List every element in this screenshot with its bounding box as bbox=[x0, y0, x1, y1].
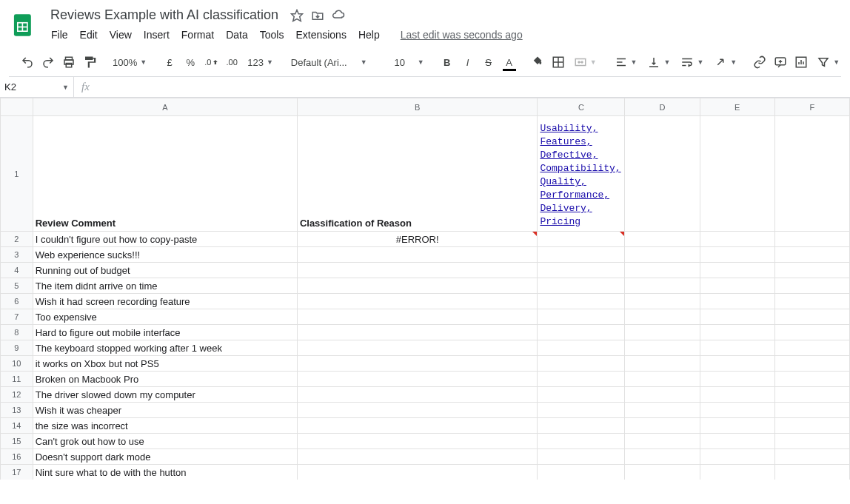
cell-F16[interactable] bbox=[774, 449, 849, 465]
row-header-1[interactable]: 1 bbox=[1, 116, 33, 232]
menu-help[interactable]: Help bbox=[353, 26, 385, 44]
menu-data[interactable]: Data bbox=[221, 26, 253, 44]
cell-B16[interactable] bbox=[297, 449, 538, 465]
cell-D4[interactable] bbox=[625, 263, 700, 278]
cell-A2[interactable]: I couldn't figure out how to copy-paste bbox=[33, 232, 297, 247]
menu-edit[interactable]: Edit bbox=[75, 26, 103, 44]
col-header-C[interactable]: C bbox=[538, 98, 625, 116]
col-header-B[interactable]: B bbox=[297, 98, 538, 116]
row-header-2[interactable]: 2 bbox=[1, 232, 33, 247]
cell-F9[interactable] bbox=[774, 340, 849, 356]
row-header-16[interactable]: 16 bbox=[1, 449, 33, 465]
cell-F17[interactable] bbox=[774, 465, 849, 480]
cell-D5[interactable] bbox=[625, 278, 700, 294]
filter-button[interactable]: ▼ bbox=[812, 53, 844, 72]
col-header-A[interactable]: A bbox=[33, 98, 297, 116]
cell-A17[interactable]: Nint sure what to de with the hutton bbox=[33, 465, 297, 480]
cell-D16[interactable] bbox=[625, 449, 700, 465]
cell-E7[interactable] bbox=[700, 309, 774, 325]
cell-A16[interactable]: Doesn't support dark mode bbox=[33, 449, 297, 465]
cell-B3[interactable] bbox=[297, 247, 538, 263]
cell-B11[interactable] bbox=[297, 372, 538, 387]
text-wrap-dropdown[interactable]: ▼ bbox=[676, 53, 708, 72]
decrease-decimal-button[interactable]: .0 bbox=[201, 53, 221, 72]
cell-E13[interactable] bbox=[700, 403, 774, 418]
cell-A1[interactable]: Review Comment bbox=[33, 116, 297, 232]
cell-B14[interactable] bbox=[297, 418, 538, 434]
cell-C12[interactable] bbox=[538, 387, 625, 403]
borders-button[interactable] bbox=[549, 53, 568, 72]
cell-C15[interactable] bbox=[538, 434, 625, 449]
row-header-11[interactable]: 11 bbox=[1, 372, 33, 387]
cell-C4[interactable] bbox=[538, 263, 625, 278]
last-edit-link[interactable]: Last edit was seconds ago bbox=[395, 26, 528, 44]
cell-C10[interactable] bbox=[538, 356, 625, 372]
row-header-9[interactable]: 9 bbox=[1, 340, 33, 356]
cell-A6[interactable]: Wish it had screen recording feature bbox=[33, 294, 297, 309]
cell-E15[interactable] bbox=[700, 434, 774, 449]
cell-B2[interactable]: #ERROR! bbox=[297, 232, 538, 247]
cell-A3[interactable]: Web experience sucks!!! bbox=[33, 247, 297, 263]
cell-C2[interactable] bbox=[538, 232, 625, 247]
select-all-corner[interactable] bbox=[1, 98, 33, 116]
cell-B6[interactable] bbox=[297, 294, 538, 309]
row-header-3[interactable]: 3 bbox=[1, 247, 33, 263]
cell-F7[interactable] bbox=[774, 309, 849, 325]
bold-button[interactable]: B bbox=[438, 53, 457, 72]
cell-B5[interactable] bbox=[297, 278, 538, 294]
text-rotation-dropdown[interactable]: ▼ bbox=[709, 53, 741, 72]
row-header-7[interactable]: 7 bbox=[1, 309, 33, 325]
row-header-17[interactable]: 17 bbox=[1, 465, 33, 480]
cell-D7[interactable] bbox=[625, 309, 700, 325]
cell-C13[interactable] bbox=[538, 403, 625, 418]
cell-F1[interactable] bbox=[774, 116, 849, 232]
cell-E16[interactable] bbox=[700, 449, 774, 465]
cell-B15[interactable] bbox=[297, 434, 538, 449]
cell-E11[interactable] bbox=[700, 372, 774, 387]
cell-A13[interactable]: Wish it was cheaper bbox=[33, 403, 297, 418]
cell-C17[interactable] bbox=[538, 465, 625, 480]
cell-B1[interactable]: Classification of Reason bbox=[297, 116, 538, 232]
font-size-dropdown[interactable]: 10▼ bbox=[381, 53, 429, 72]
cell-D17[interactable] bbox=[625, 465, 700, 480]
doc-title[interactable]: Reviews Example with AI classification bbox=[46, 6, 283, 24]
cell-C1[interactable]: Usability,Features,Defective,Compatibili… bbox=[538, 116, 625, 232]
cell-C16[interactable] bbox=[538, 449, 625, 465]
cell-D15[interactable] bbox=[625, 434, 700, 449]
cell-E12[interactable] bbox=[700, 387, 774, 403]
text-color-button[interactable]: A bbox=[500, 53, 519, 72]
cell-D13[interactable] bbox=[625, 403, 700, 418]
cell-E17[interactable] bbox=[700, 465, 774, 480]
formula-bar[interactable] bbox=[97, 77, 850, 97]
move-icon[interactable] bbox=[311, 9, 324, 22]
vertical-align-dropdown[interactable]: ▼ bbox=[643, 53, 675, 72]
cell-F10[interactable] bbox=[774, 356, 849, 372]
cell-E1[interactable] bbox=[700, 116, 774, 232]
cell-E3[interactable] bbox=[700, 247, 774, 263]
cell-E6[interactable] bbox=[700, 294, 774, 309]
cloud-status-icon[interactable] bbox=[332, 9, 345, 22]
cell-D2[interactable] bbox=[625, 232, 700, 247]
cell-B10[interactable] bbox=[297, 356, 538, 372]
cell-F8[interactable] bbox=[774, 325, 849, 340]
zoom-dropdown[interactable]: 100%▼ bbox=[108, 53, 151, 72]
horizontal-align-dropdown[interactable]: ▼ bbox=[610, 53, 642, 72]
redo-button[interactable] bbox=[39, 53, 58, 72]
menu-insert[interactable]: Insert bbox=[138, 26, 175, 44]
insert-chart-button[interactable] bbox=[792, 53, 811, 72]
cell-A12[interactable]: The driver slowed down my computer bbox=[33, 387, 297, 403]
cell-E9[interactable] bbox=[700, 340, 774, 356]
cell-D10[interactable] bbox=[625, 356, 700, 372]
col-header-E[interactable]: E bbox=[700, 98, 774, 116]
menu-tools[interactable]: Tools bbox=[255, 26, 290, 44]
cell-E10[interactable] bbox=[700, 356, 774, 372]
cell-D3[interactable] bbox=[625, 247, 700, 263]
cell-F5[interactable] bbox=[774, 278, 849, 294]
cell-D6[interactable] bbox=[625, 294, 700, 309]
cell-F15[interactable] bbox=[774, 434, 849, 449]
cell-E8[interactable] bbox=[700, 325, 774, 340]
cell-C7[interactable] bbox=[538, 309, 625, 325]
cell-E2[interactable] bbox=[700, 232, 774, 247]
sheets-logo[interactable] bbox=[9, 10, 39, 40]
cell-C14[interactable] bbox=[538, 418, 625, 434]
